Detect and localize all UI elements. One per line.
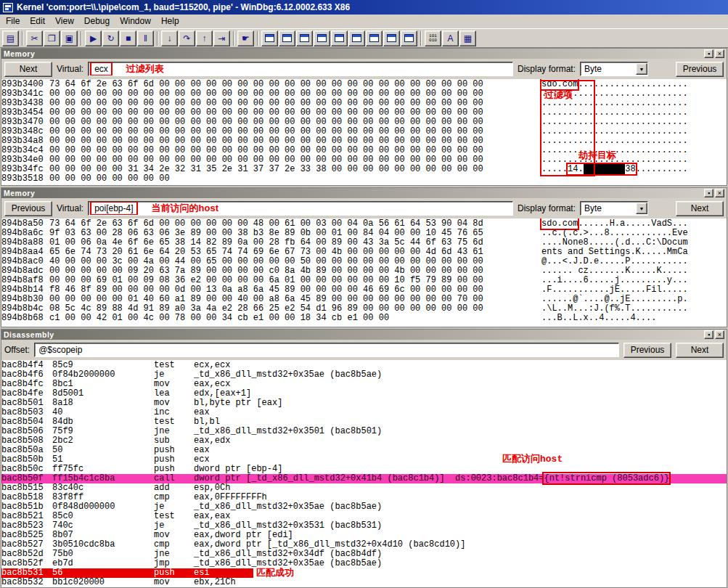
dock-menu-icon: ▪ <box>708 50 710 57</box>
memory1-content[interactable]: 过滤项 劫持目标 893b340073 64 6f 2e 63 6f 6d 00… <box>1 79 727 185</box>
display-format-select[interactable]: Byte ▼ <box>580 62 648 76</box>
instruction-operands: dword ptr [_td_x86_dll_mstd32+0x41b4 (ba… <box>194 474 669 483</box>
toolbar-separator <box>22 31 23 46</box>
source-mode-toggle-button[interactable]: 101010 <box>425 30 441 46</box>
strnicmp-symbol-box: {nt!strnicmp (8053adc6)} <box>544 473 669 483</box>
run-to-cursor-button[interactable]: ⇥ <box>213 30 230 46</box>
processes-threads-button[interactable] <box>401 30 417 46</box>
memory1-toolbar: Next Virtual: ecx 过滤列表 Display format: B… <box>1 59 727 79</box>
display-format-select[interactable]: Byte ▼ <box>580 201 648 216</box>
next-button[interactable]: Next <box>676 343 724 358</box>
dock-menu-button[interactable]: ▪ <box>704 330 713 339</box>
dock-menu-button[interactable]: ▪ <box>704 189 713 197</box>
red-highlight-box: 14.215.177.38 <box>568 164 636 174</box>
memory-window-button[interactable] <box>331 30 348 46</box>
step-into-icon: ↓ <box>168 34 172 43</box>
memory1-titlebar[interactable]: Memory ▪ × <box>1 49 727 59</box>
paste-button[interactable]: ▣ <box>61 30 78 46</box>
cut-button[interactable]: ✂ <box>26 30 43 46</box>
close-icon: × <box>718 189 721 197</box>
disassembly-titlebar[interactable]: Disassembly ▪ × <box>1 330 727 340</box>
close-panel-button[interactable]: × <box>715 189 724 197</box>
disassembly-line: bac8b51b0f848d000000je_td_x86_dll_mstd32… <box>1 502 727 512</box>
next-button[interactable]: Next <box>4 62 52 77</box>
disassembly-panel: Disassembly ▪ × Offset: @$scopeip Previo… <box>1 329 727 588</box>
memory2-rows: 894b8a5073 64 6f 2e 63 6f 6d 00 00 00 00… <box>1 219 727 323</box>
step-over-button[interactable]: ↷ <box>179 30 195 46</box>
menu-item-debug[interactable]: Debug <box>79 15 115 28</box>
processes-threads-icon <box>404 34 414 42</box>
font-button[interactable]: A <box>442 30 459 46</box>
toolbar: ▤✂❐▣▶↻■‖↓↷↑⇥☛101010A▦ <box>0 28 728 48</box>
instruction-bytes: 8a18 <box>52 399 154 408</box>
memory-address: 894b8b68 <box>1 314 49 323</box>
previous-button[interactable]: Previous <box>623 343 671 358</box>
toolbar-separator <box>420 31 422 46</box>
close-icon: × <box>718 50 721 57</box>
step-out-button[interactable]: ↑ <box>196 30 213 46</box>
close-panel-button[interactable]: × <box>715 49 724 58</box>
scratch-pad-icon <box>387 34 396 42</box>
registers-window-button[interactable] <box>314 30 330 46</box>
memory-row: 893b351800 00 00 00 00 00 00 00 <box>1 174 727 184</box>
break-icon: ‖ <box>144 34 147 43</box>
virtual-address-value: poi[ebp-4] <box>92 203 135 213</box>
locals-window-button[interactable] <box>296 30 313 46</box>
scratch-pad-button[interactable] <box>383 30 400 46</box>
virtual-address-input[interactable]: poi[ebp-4] 当前访问的host <box>88 201 513 216</box>
stop-debugging-button[interactable]: ■ <box>120 30 136 46</box>
titlebar[interactable]: Kernel 'com:port=\\.\pipe\com_1, baud=11… <box>0 0 728 15</box>
memory-ascii: .....14.215.177.38.......... <box>541 165 688 174</box>
menu-item-help[interactable]: Help <box>156 15 184 28</box>
virtual-address-input[interactable]: ecx 过滤列表 <box>88 62 513 76</box>
menu-item-window[interactable]: Window <box>115 15 156 28</box>
scissors-icon: ✂ <box>30 34 38 43</box>
disassembly-line: bac8b4fc8bc1moveax,ecx <box>1 380 727 389</box>
disassembly-content[interactable]: 匹配访问host bac8b4f485c9testecx,ecxbac8b4f6… <box>1 360 727 587</box>
memory2-titlebar[interactable]: Memory ▪ × <box>1 188 727 198</box>
break-button[interactable]: ‖ <box>137 30 154 46</box>
offset-input[interactable]: @$scopeip <box>34 343 619 357</box>
go-button[interactable]: ▶ <box>85 30 102 46</box>
next-button[interactable]: Next <box>676 201 724 216</box>
watch-window-icon <box>282 34 292 42</box>
locals-window-icon <box>300 34 309 42</box>
toolbar-separator <box>233 31 234 46</box>
dock-menu-button[interactable]: ▪ <box>704 49 713 58</box>
display-format-value: Byte <box>584 64 602 74</box>
dock-menu-icon: ▪ <box>708 189 710 197</box>
command-window-button[interactable] <box>261 30 278 46</box>
menu-item-edit[interactable]: Edit <box>25 15 50 28</box>
disassembly-line: bac8b51583c40caddesp,0Ch <box>1 483 727 493</box>
call-stack-window-button[interactable] <box>348 30 365 46</box>
panel-title: Memory <box>4 49 703 58</box>
previous-button[interactable]: Previous <box>676 62 724 77</box>
toolbar-separator <box>257 31 258 46</box>
previous-button[interactable]: Previous <box>4 201 52 216</box>
dropdown-button[interactable]: ▼ <box>636 203 647 214</box>
memory-window-icon <box>335 34 344 42</box>
restart-button[interactable]: ↻ <box>102 30 119 46</box>
menu-item-file[interactable]: File <box>1 15 25 28</box>
watch-window-button[interactable] <box>279 30 295 46</box>
options-button[interactable]: ▦ <box>459 30 476 46</box>
open-source-file-button[interactable]: ▤ <box>2 30 19 46</box>
instruction-operands: ebx,21Ch <box>194 578 236 587</box>
instruction-bytes: 50 <box>52 446 154 455</box>
step-into-button[interactable]: ↓ <box>161 30 178 46</box>
offset-label: Offset: <box>4 345 30 355</box>
copy-button[interactable]: ❐ <box>44 30 60 46</box>
insert-breakpoint-button[interactable]: ☛ <box>237 30 254 46</box>
close-panel-button[interactable]: × <box>715 330 724 339</box>
call-stack-window-icon <box>352 34 361 42</box>
restart-icon: ↻ <box>107 34 114 43</box>
memory-address: 893b3518 <box>1 174 49 184</box>
memory2-content[interactable]: 894b8a5073 64 6f 2e 63 6f 6d 00 00 00 00… <box>1 219 727 327</box>
menu-item-view[interactable]: View <box>50 15 79 28</box>
toolbar-separator <box>157 31 158 46</box>
virtual-label: Virtual: <box>57 203 83 213</box>
panel-title: Memory <box>4 189 703 197</box>
disassembly-window-button[interactable] <box>366 30 383 46</box>
disassembly-window-icon <box>369 34 379 42</box>
dropdown-button[interactable]: ▼ <box>636 63 647 75</box>
